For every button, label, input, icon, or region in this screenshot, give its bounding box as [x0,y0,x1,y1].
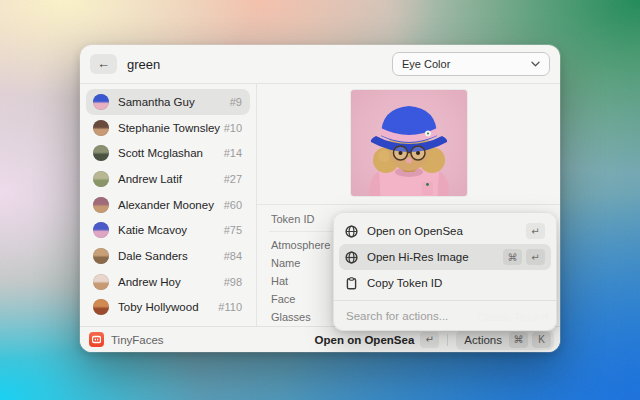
menu-item-label: Open on OpenSea [367,225,463,237]
command-key: ⌘ [509,332,528,348]
menu-item-copy-token-id[interactable]: Copy Token ID [339,270,551,296]
token-number: #60 [224,199,242,211]
list-item[interactable]: Samantha Guy #9 [86,89,250,115]
token-image [351,90,467,196]
list-item-name: Samantha Guy [118,96,195,108]
token-number: #110 [218,301,242,313]
actions-button[interactable]: Actions ⌘ K [456,330,554,350]
avatar [93,94,109,110]
avatar [93,274,109,290]
clipboard-icon [345,277,358,290]
list-item[interactable]: Andrew Hoy #98 [86,269,250,295]
list-item[interactable]: Stephanie Townsley #10 [86,115,250,141]
header: ← green Eye Color [80,45,560,84]
list-item-name: Andrew Latif [118,173,182,185]
list-item[interactable]: Scott Mcglashan #14 [86,140,250,166]
search-query[interactable]: green [127,57,160,72]
dropdown-label: Eye Color [402,58,450,70]
token-number: #27 [224,173,242,185]
results-list: Samantha Guy #9 Stephanie Townsley #10 S… [80,84,256,326]
menu-item-open-on-opensea[interactable]: Open on OpenSea ↵ [339,218,551,244]
list-item[interactable]: Dale Sanders #84 [86,243,250,269]
token-avatar-illustration [351,90,467,196]
k-key: K [532,332,551,348]
avatar [93,145,109,161]
return-key: ↵ [526,249,545,265]
token-number: #98 [224,276,242,288]
eye-color-dropdown[interactable]: Eye Color [392,52,550,76]
list-item[interactable]: Katie Mcavoy #75 [86,217,250,243]
list-item-name: Scott Mcglashan [118,147,203,159]
app-name: TinyFaces [111,334,164,346]
globe-icon [345,225,358,238]
primary-action-button[interactable]: Open on OpenSea [315,334,415,346]
return-key: ↵ [526,223,545,239]
list-item[interactable]: Andrew Latif #27 [86,166,250,192]
list-item-name: Dale Sanders [118,250,188,262]
token-number: #14 [224,147,242,159]
list-item-name: Andrew Hoy [118,276,181,288]
token-number: #10 [224,122,242,134]
token-number: #9 [230,96,242,108]
return-key: ↵ [420,332,439,348]
list-item[interactable]: Toby Hollywood #110 [86,295,250,321]
tinyfaces-logo-icon [89,332,104,347]
menu-item-open-hires-image[interactable]: Open Hi-Res Image ⌘ ↵ [339,244,551,270]
globe-icon [345,251,358,264]
divider [447,334,448,346]
list-item[interactable]: Alexander Mooney #60 [86,192,250,218]
token-number: #75 [224,224,242,236]
avatar [93,222,109,238]
avatar [93,197,109,213]
chevron-down-icon [531,61,540,67]
tinyfaces-window: ← green Eye Color Samantha Guy #9 Stepha… [80,45,560,352]
avatar [93,299,109,315]
avatar [93,248,109,264]
menu-item-label: Copy Token ID [367,277,442,289]
back-button[interactable]: ← [90,54,117,74]
menu-item-label: Open Hi-Res Image [367,251,469,263]
list-item-name: Toby Hollywood [118,301,199,313]
back-arrow-icon: ← [97,55,110,73]
actions-menu: Open on OpenSea ↵ Open Hi-Res Image ⌘ ↵ … [333,212,557,331]
token-number: #84 [224,250,242,262]
avatar [93,171,109,187]
actions-search-input[interactable]: Search for actions... [339,301,551,330]
command-key: ⌘ [503,249,522,265]
avatar [93,120,109,136]
list-item-name: Stephanie Townsley [118,122,220,134]
list-item-name: Katie Mcavoy [118,224,187,236]
list-item-name: Alexander Mooney [118,199,214,211]
